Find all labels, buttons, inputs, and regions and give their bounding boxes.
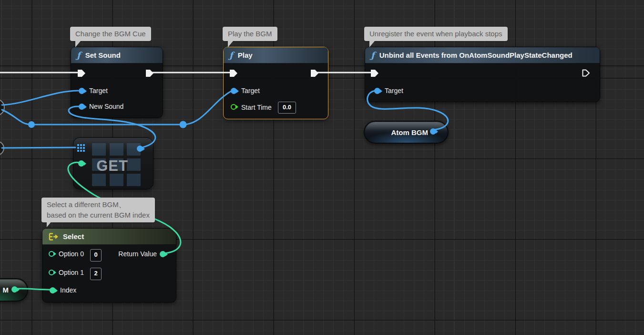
node-array-get[interactable]: GET xyxy=(73,137,153,189)
node-title: Select xyxy=(63,232,84,241)
node-unbind-all-events[interactable]: ƒ Unbind all Events from OnAtomSoundPlay… xyxy=(365,47,600,102)
target-pin[interactable] xyxy=(231,88,237,94)
variable-label: M xyxy=(3,279,9,301)
reroute-node[interactable] xyxy=(180,121,187,128)
exec-out-pin[interactable] xyxy=(311,70,318,77)
comment-bubble-tail xyxy=(228,41,233,47)
target-pin[interactable] xyxy=(374,88,380,94)
get-label: GET xyxy=(73,157,151,175)
pin-label: Option 0 xyxy=(59,250,84,258)
node-header: Select xyxy=(42,229,176,245)
node-header: ƒ Play xyxy=(224,47,328,63)
option1-input[interactable]: 2 xyxy=(90,268,102,280)
exec-in-pin[interactable] xyxy=(371,70,378,77)
start-time-input[interactable]: 0.0 xyxy=(278,102,296,114)
node-set-sound[interactable]: ƒ Set Sound Target New Sound xyxy=(71,47,163,118)
variable-output-pin[interactable] xyxy=(11,286,18,293)
object-wire-array[interactable] xyxy=(2,147,75,148)
function-icon: ƒ xyxy=(371,51,375,60)
start-time-pin[interactable] xyxy=(231,104,236,110)
return-value-pin[interactable] xyxy=(160,251,166,257)
blueprint-graph-canvas[interactable]: ƒ Set Sound Target New Sound ƒ Play Targ… xyxy=(0,0,644,335)
pin-label: Target xyxy=(385,87,403,94)
exec-out-pin[interactable] xyxy=(146,70,153,77)
function-icon: ƒ xyxy=(77,51,81,60)
reroute-node[interactable] xyxy=(28,121,35,128)
node-title: Play xyxy=(238,51,253,59)
cutoff-variable-node[interactable] xyxy=(0,141,4,156)
pin-label: Target xyxy=(241,87,260,94)
pin-label: New Sound xyxy=(89,103,123,110)
node-title: Set Sound xyxy=(85,51,121,59)
exec-in-pin[interactable] xyxy=(78,70,85,77)
index-pin[interactable] xyxy=(50,287,56,293)
variable-output-pin[interactable] xyxy=(430,128,436,135)
comment-bubble[interactable]: Select a different BGM、 based on the cur… xyxy=(41,198,155,222)
node-bgm-variable-partial[interactable]: M xyxy=(0,278,28,302)
comment-bubble[interactable]: Unregister the event when playback stops xyxy=(364,27,508,41)
pin-label: Start Time xyxy=(241,104,272,111)
index-input-pin[interactable] xyxy=(78,160,84,167)
node-atom-bgm-variable[interactable]: Atom BGM xyxy=(364,121,449,144)
exec-out-pin[interactable] xyxy=(582,69,590,77)
node-header: ƒ Set Sound xyxy=(71,47,163,63)
option0-input[interactable]: 0 xyxy=(90,249,102,262)
node-title: Unbind all Events from OnAtomSoundPlaySt… xyxy=(379,51,572,59)
option1-pin[interactable] xyxy=(49,270,54,275)
comment-bubble-tail xyxy=(369,41,375,47)
pin-label: Return Value xyxy=(118,250,157,258)
pin-label: Target xyxy=(89,87,108,94)
array-input-pin[interactable] xyxy=(77,144,85,152)
comment-bubble[interactable]: Change the BGM Cue xyxy=(70,27,151,41)
new-sound-pin[interactable] xyxy=(79,104,85,110)
pin-label: Index xyxy=(60,286,76,294)
node-select[interactable]: Select Option 0 0 Option 1 2 Index Retur… xyxy=(42,228,176,303)
comment-bubble-tail xyxy=(47,221,52,227)
option0-pin[interactable] xyxy=(49,251,54,257)
element-output-pin[interactable] xyxy=(137,146,143,152)
node-play[interactable]: ƒ Play Target Start Time 0.0 xyxy=(223,47,328,119)
function-icon: ƒ xyxy=(229,51,233,60)
comment-bubble[interactable]: Play the BGM xyxy=(223,27,277,41)
node-header: ƒ Unbind all Events from OnAtomSoundPlay… xyxy=(365,47,600,63)
object-wire-target[interactable] xyxy=(2,91,78,105)
variable-label: Atom BGM xyxy=(391,122,429,143)
comment-bubble-tail xyxy=(75,41,81,47)
cutoff-variable-node[interactable] xyxy=(0,99,5,116)
pin-label: Option 1 xyxy=(59,269,84,276)
select-icon xyxy=(48,232,58,241)
exec-in-pin[interactable] xyxy=(230,70,237,77)
target-pin[interactable] xyxy=(79,88,85,94)
